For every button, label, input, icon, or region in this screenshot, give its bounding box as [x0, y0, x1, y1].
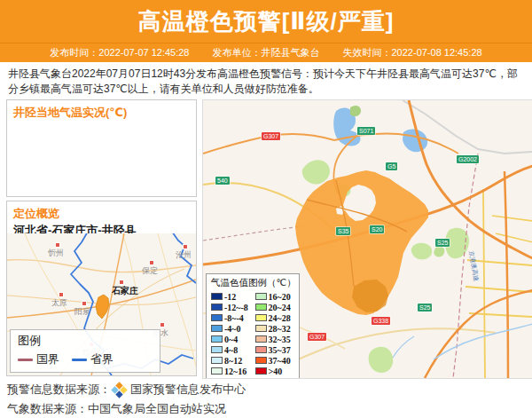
- road-badge: G307: [308, 333, 326, 341]
- province-border-label: 省界: [90, 351, 113, 367]
- weather-data-source-line: 气象数据来源：中国气象局全国自动站实况: [7, 401, 226, 417]
- temp-legend-item: 28~32: [255, 323, 296, 334]
- road-badge: G5: [386, 162, 397, 170]
- city-label: 忻州: [48, 248, 64, 259]
- temp-legend-item: 32~35: [255, 334, 296, 344]
- road-badge: G2002: [457, 155, 479, 163]
- location-panel-title: 定位概览: [7, 201, 196, 222]
- temp-legend-item: 8~12: [211, 355, 252, 366]
- temp-legend-item: 12~16: [211, 366, 252, 376]
- warning-source-value: 国家预警信息发布中心: [130, 382, 246, 398]
- city-label: 保定: [142, 265, 158, 277]
- road-badge: G338: [372, 317, 390, 325]
- overview-map[interactable]: 忻州保定石家庄太原阳泉衡水邢台沧州 图例 国界 省界: [7, 233, 196, 375]
- temp-legend-item: 4~8: [211, 344, 252, 355]
- detail-map[interactable]: 京港澳高速 G307S071540G5G2002S35S20S25S25G338…: [202, 99, 532, 379]
- road-badge: S071: [357, 127, 375, 135]
- temp-legend-item: -4~0: [211, 323, 252, 334]
- road-badge: 540: [215, 177, 230, 185]
- publish-unit: 发布单位：井陉县气象台: [213, 46, 320, 59]
- warning-header: 高温橙色预警[Ⅱ级/严重]: [0, 0, 532, 43]
- national-border-label: 国界: [36, 351, 59, 367]
- city-label: 太原: [51, 297, 67, 309]
- meta-bar: 发布时间：2022-07-07 12:45:28 发布单位：井陉县气象台 失效时…: [0, 43, 532, 62]
- map-legend: 图例 国界 省界: [10, 329, 160, 373]
- road-badge: S25: [435, 239, 450, 247]
- temp-legend-item: -12~-8: [211, 302, 252, 312]
- road-badge: S20: [370, 225, 384, 233]
- road-badge: G307: [262, 132, 280, 140]
- temp-legend-item: 0~4: [211, 334, 252, 344]
- local-temp-panel: 井陉当地气温实况(℃): [6, 99, 197, 197]
- temperature-legend: 气温色值图例（℃） -12-12~-8-8~-4-4~00~44~88~1212…: [206, 273, 300, 379]
- city-label: 阳泉: [74, 306, 90, 318]
- temperature-legend-title: 气温色值图例（℃）: [211, 277, 295, 289]
- temp-legend-item: 37~40: [255, 355, 296, 366]
- city-label: 沧州: [176, 249, 192, 261]
- national-warning-center-logo-icon: [111, 382, 127, 398]
- publish-time: 发布时间：2022-07-07 12:45:28: [50, 46, 189, 59]
- temperature-legend-grid: -12-12~-8-8~-4-4~00~44~88~1212~1616~2020…: [211, 291, 295, 376]
- temp-legend-item: -8~-4: [211, 312, 252, 323]
- page-title: 高温橙色预警[Ⅱ级/严重]: [138, 6, 395, 37]
- road-badge: S35: [336, 227, 350, 235]
- city-label: 石家庄: [112, 285, 138, 297]
- local-temp-panel-title: 井陉当地气温实况(℃): [7, 100, 196, 121]
- warning-data-source-line: 预警信息数据来源： 国家预警信息发布中心: [7, 382, 246, 398]
- expire-time: 失效时间：2022-07-08 12:45:28: [343, 46, 482, 59]
- warning-summary: 井陉县气象台2022年07月07日12时43分发布高温橙色预警信号：预计今天下午…: [0, 63, 532, 100]
- temp-legend-item: >40: [255, 366, 296, 376]
- road-badge: S25: [418, 304, 432, 312]
- warning-source-label: 预警信息数据来源：: [7, 382, 111, 398]
- temp-legend-item: 24~28: [255, 312, 296, 323]
- temp-legend-item: 20~24: [255, 302, 296, 312]
- national-border-swatch: [18, 359, 33, 361]
- location-overview-panel: 定位概览 河北省-石家庄市-井陉县 忻州保定石家庄太原阳泉衡水邢台沧州 图例: [6, 201, 197, 376]
- temp-legend-item: 16~20: [255, 291, 296, 302]
- province-border-swatch: [72, 359, 87, 361]
- temp-legend-item: 35~37: [255, 344, 296, 355]
- temp-legend-item: -12: [211, 291, 252, 302]
- map-legend-title: 图例: [18, 333, 153, 349]
